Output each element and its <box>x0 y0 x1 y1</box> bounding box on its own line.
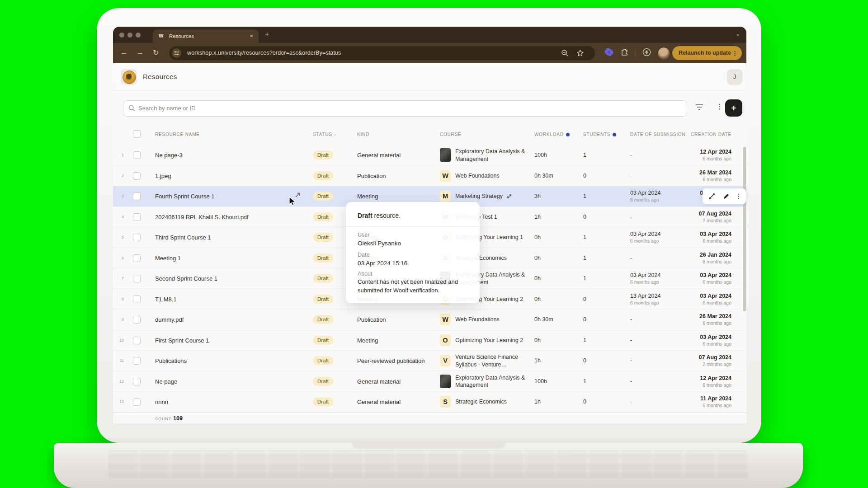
table-row[interactable]: 13nnnnDraftGeneral materialSStrategic Ec… <box>113 392 746 413</box>
user-avatar-button[interactable]: J <box>727 69 742 84</box>
table-row[interactable]: 9dummy.pdfDraftPublicationWWeb Foundatio… <box>113 310 746 330</box>
resize-action-icon[interactable] <box>708 192 716 200</box>
window-minimize-button[interactable] <box>127 33 132 38</box>
laptop-screen: W Resources × + ⌄ ← → ↻ workshop.x.unive… <box>113 27 746 423</box>
row-kebab-icon[interactable]: ⋮ <box>736 188 742 204</box>
table-row[interactable]: 1Ne page-3DraftGeneral materialExplorato… <box>113 145 746 166</box>
row-checkbox[interactable] <box>133 275 141 282</box>
kind-value: Meeting <box>357 193 378 200</box>
kind-value: Peer-reviewed publication <box>357 357 425 364</box>
edit-pencil-icon[interactable] <box>722 192 730 200</box>
university-logo[interactable] <box>121 69 137 85</box>
resource-name[interactable]: Ne page-3 <box>155 152 183 159</box>
status-badge: Draft <box>313 192 333 201</box>
resource-name[interactable]: Fourth Sprint Course 1 <box>155 193 215 200</box>
row-checkbox[interactable] <box>133 213 141 221</box>
row-checkbox[interactable] <box>133 357 141 365</box>
row-checkbox[interactable] <box>133 234 141 241</box>
students-value: 0 <box>583 357 586 364</box>
submission-date: - <box>630 399 632 405</box>
row-checkbox[interactable] <box>133 254 141 262</box>
resource-name[interactable]: First Sprint Course 1 <box>155 337 209 343</box>
bookmark-star-icon[interactable] <box>576 49 584 57</box>
resource-name[interactable]: Meeting 1 <box>155 254 181 261</box>
table-options-kebab-icon[interactable]: ⋮ <box>716 103 723 111</box>
tooltip-about-label: About <box>358 271 373 277</box>
column-creation-date[interactable]: CREATION DATE <box>674 132 731 137</box>
select-all-checkbox[interactable] <box>133 130 141 138</box>
row-checkbox[interactable] <box>133 316 141 324</box>
profile-avatar[interactable] <box>657 47 670 60</box>
creation-date: 07 Aug 20242 months ago <box>674 211 731 223</box>
column-workload[interactable]: WORKLOAD <box>534 132 570 137</box>
resource-name[interactable]: Third Sprint Course 1 <box>155 234 211 241</box>
resource-name[interactable]: Publications <box>155 357 187 364</box>
tooltip-user-label: User <box>358 232 369 238</box>
resource-name[interactable]: T1.M8.1 <box>155 296 177 302</box>
resource-name[interactable]: Ne page <box>155 378 177 385</box>
students-value: 1 <box>583 234 586 240</box>
expand-course-icon[interactable] <box>507 194 512 199</box>
status-badge: Draft <box>313 253 333 263</box>
tab-close-icon[interactable]: × <box>250 33 253 39</box>
window-zoom-button[interactable] <box>136 33 141 38</box>
count-value: 109 <box>173 415 183 422</box>
tab-search-chevron-icon[interactable]: ⌄ <box>736 31 740 37</box>
column-kind[interactable]: KIND <box>357 132 369 137</box>
extension-flower-icon[interactable] <box>604 47 614 57</box>
row-checkbox[interactable] <box>133 192 141 200</box>
students-value: 0 <box>583 173 586 179</box>
site-info-icon[interactable] <box>172 48 181 58</box>
filter-icon[interactable] <box>695 104 703 110</box>
students-value: 1 <box>583 378 586 385</box>
row-checkbox[interactable] <box>133 296 141 303</box>
browser-tab[interactable]: W Resources × <box>153 29 259 43</box>
count-label: COUNT: <box>155 417 172 421</box>
back-icon[interactable]: ← <box>120 48 127 56</box>
mouse-cursor <box>288 197 297 206</box>
table-row[interactable]: 12Ne pageDraftGeneral materialExplorator… <box>113 371 746 392</box>
course-name: Optimizing Your Learning 2 <box>455 337 532 344</box>
table-row[interactable]: 10First Sprint Course 1DraftMeetingOOpti… <box>113 330 746 351</box>
course-name: Marketing Strategy <box>455 192 532 200</box>
scrollbar-thumb[interactable] <box>743 147 746 311</box>
column-students[interactable]: STUDENTS <box>583 132 616 137</box>
row-checkbox[interactable] <box>133 378 141 385</box>
row-checkbox[interactable] <box>133 172 141 180</box>
submission-date: 03 Apr 20246 months ago <box>630 190 660 202</box>
extensions-puzzle-icon[interactable] <box>620 47 629 56</box>
creation-date: 03 Apr 20246 months ago <box>674 272 731 285</box>
row-number: 2 <box>117 174 124 178</box>
battery-saver-icon[interactable] <box>642 47 651 57</box>
resource-name[interactable]: dummy.pdf <box>155 316 184 323</box>
resource-name[interactable]: Second Sprint Course 1 <box>155 275 217 282</box>
column-resource-name[interactable]: RESOURCE NAME <box>155 132 200 137</box>
new-tab-icon[interactable]: + <box>265 30 269 38</box>
course-name: Strategic Economics <box>455 398 532 405</box>
relaunch-to-update-button[interactable]: Relaunch to update ⋮ <box>672 46 742 60</box>
column-course[interactable]: COURSE <box>440 132 462 137</box>
resource-name[interactable]: 1.jpeg <box>155 172 171 179</box>
add-resource-button[interactable]: + <box>725 99 742 117</box>
students-value: 1 <box>583 193 586 199</box>
table-row[interactable]: 21.jpegDraftPublicationWWeb Foundations0… <box>113 166 746 187</box>
submission-date: 03 Apr 20246 months ago <box>630 231 660 244</box>
search-input[interactable]: Search by name or ID <box>123 100 687 117</box>
window-close-button[interactable] <box>119 33 124 38</box>
table-row[interactable]: 11PublicationsDraftPeer-reviewed publica… <box>113 351 746 371</box>
row-checkbox[interactable] <box>133 398 141 406</box>
resource-name[interactable]: 202406119 RPL Khalil S. Khouri.pdf <box>155 213 249 220</box>
row-number: 10 <box>117 338 124 343</box>
browser-menu-kebab-icon[interactable]: ⋮ <box>732 46 738 60</box>
workload-value: 0h <box>534 234 541 240</box>
reload-icon[interactable]: ↻ <box>153 48 159 57</box>
row-checkbox[interactable] <box>133 337 141 344</box>
column-status[interactable]: STATUS ↑ <box>313 132 336 137</box>
address-bar[interactable]: workshop.x.university/resources?order=as… <box>169 46 595 60</box>
submission-date: - <box>630 357 632 364</box>
row-checkbox[interactable] <box>133 151 141 159</box>
forward-icon[interactable]: → <box>137 48 144 56</box>
resource-name[interactable]: nnnn <box>155 399 168 405</box>
submission-date: - <box>630 152 632 158</box>
zoom-out-icon[interactable] <box>561 49 569 57</box>
